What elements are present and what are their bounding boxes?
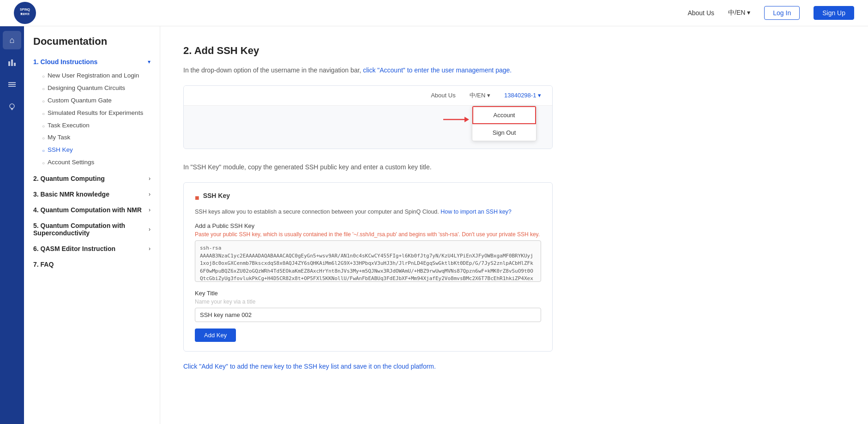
cloud-sub-items: ○ New User Registration and Login ○ Desi… <box>31 70 153 169</box>
nav-item-ssh-key[interactable]: ○ SSH Key <box>39 144 153 156</box>
logo-area: SPINQ 量旋科技 <box>14 2 36 24</box>
section-basic-nmr: 3. Basic NMR knowledge › <box>31 188 153 200</box>
bullet-dot: ○ <box>42 148 45 154</box>
section-qc-label: 2. Quantum Computing <box>33 175 105 182</box>
svg-point-9 <box>10 104 14 108</box>
lang-selector[interactable]: 中/EN ▾ <box>728 9 750 17</box>
account-dropdown: Account Sign Out <box>472 106 536 141</box>
ssh-box-subtitle: SSH keys allow you to establish a secure… <box>195 208 541 216</box>
bullet-dot: ○ <box>42 98 45 105</box>
svg-rect-7 <box>8 84 16 85</box>
import-ssh-link[interactable]: How to import an SSH key? <box>440 209 512 215</box>
section-faq-label: 7. FAQ <box>33 261 54 268</box>
highlight-text: click "Account" to enter the user manage… <box>363 66 512 74</box>
section-quantum-superconductivity: 5. Quantum Computation with Superconduct… <box>31 220 153 239</box>
section-qasm-editor: 6. QASM Editor Instruction › <box>31 243 153 255</box>
login-button[interactable]: Log In <box>764 6 800 20</box>
signout-menu-item[interactable]: Sign Out <box>472 124 536 141</box>
ssh-box-title: SSH Key <box>203 192 230 199</box>
section-qnmr-label: 4. Quantum Computation with NMR <box>33 206 142 214</box>
paste-hint-text: Paste your public SSH key, which is usua… <box>195 231 541 238</box>
section-nmr-label: 3. Basic NMR knowledge <box>33 191 109 198</box>
bulb-icon[interactable] <box>3 97 21 116</box>
bar-icon[interactable] <box>3 75 21 94</box>
svg-rect-8 <box>8 86 16 87</box>
nav-item-label: Account Settings <box>48 158 94 167</box>
screenshot-nav: About Us 中/EN ▾ 13840298-1 ▾ <box>184 86 552 106</box>
chart-icon[interactable] <box>3 53 21 72</box>
screenshot-box: About Us 中/EN ▾ 13840298-1 ▾ Account Sig… <box>183 85 553 149</box>
add-key-button[interactable]: Add Key <box>195 328 236 342</box>
nav-item-label: SSH Key <box>48 146 73 155</box>
ssh-key-box: ■ SSH Key SSH keys allow you to establis… <box>183 182 553 352</box>
section-qnmr-header[interactable]: 4. Quantum Computation with NMR › <box>31 204 153 216</box>
account-menu-item[interactable]: Account <box>472 106 536 124</box>
main-content: 2. Add SSH Key In the drop-down option o… <box>160 26 576 398</box>
lang-text: 中/EN ▾ <box>728 9 750 17</box>
svg-rect-10 <box>11 108 13 109</box>
chevron-right-icon: › <box>149 191 151 197</box>
svg-rect-5 <box>14 63 16 66</box>
nav-item-custom-gate[interactable]: ○ Custom Quantum Gate <box>39 95 153 107</box>
bottom-note: Click "Add Key" to add the new key to th… <box>183 363 553 370</box>
svg-rect-11 <box>12 109 13 110</box>
ssh-section-desc: In "SSH Key" module, copy the generated … <box>183 162 553 173</box>
key-title-label: Key Title <box>195 290 541 297</box>
signup-button[interactable]: Sign Up <box>814 6 854 20</box>
key-title-input[interactable] <box>195 308 541 322</box>
chevron-right-icon: › <box>149 207 151 213</box>
doc-sidebar-title: Documentation <box>31 36 153 48</box>
ssh-box-dot-icon: ■ <box>195 194 199 202</box>
section-quantum-nmr: 4. Quantum Computation with NMR › <box>31 204 153 216</box>
nav-item-my-task[interactable]: ○ My Task <box>39 131 153 144</box>
section-quantum-computing: 2. Quantum Computing › <box>31 173 153 185</box>
chevron-right-icon: › <box>149 245 151 252</box>
section-cloud-header[interactable]: 1. Cloud Instructions ▾ <box>31 56 153 68</box>
nav-item-quantum-circuits[interactable]: ○ Designing Quantum Circuits <box>39 82 153 95</box>
nav-item-label: Task Execution <box>48 121 90 130</box>
svg-rect-4 <box>11 60 13 66</box>
nav-item-account-settings[interactable]: ○ Account Settings <box>39 156 153 169</box>
ssh-subtitle-text: SSH keys allow you to establish a secure… <box>195 209 439 215</box>
section-qs-label: 5. Quantum Computation with Superconduct… <box>33 222 149 237</box>
bullet-dot: ○ <box>42 111 45 117</box>
nav-item-new-user[interactable]: ○ New User Registration and Login <box>39 70 153 82</box>
svg-text:量旋科技: 量旋科技 <box>20 12 30 15</box>
top-nav: SPINQ 量旋科技 About Us 中/EN ▾ Log In Sign U… <box>0 0 868 26</box>
add-public-label: Add a Public SSH Key <box>195 222 541 229</box>
red-arrow-icon <box>441 114 469 125</box>
ssh-key-textarea[interactable]: ssh-rsa AAAAB3NzaC1yc2EAAAADAQABAAACAQC0… <box>195 240 541 282</box>
bullet-dot: ○ <box>42 73 45 80</box>
svg-marker-13 <box>464 117 469 122</box>
section-cloud-instructions: 1. Cloud Instructions ▾ ○ New User Regis… <box>31 56 153 169</box>
section-qasm-header[interactable]: 6. QASM Editor Instruction › <box>31 243 153 255</box>
nav-item-label: Simulated Results for Experiments <box>48 109 143 118</box>
key-title-hint: Name your key via a title <box>195 299 541 305</box>
svg-text:SPINQ: SPINQ <box>20 8 30 12</box>
chevron-down-icon: ▾ <box>148 59 151 65</box>
section-qasm-label: 6. QASM Editor Instruction <box>33 245 115 252</box>
nav-item-simulated-results[interactable]: ○ Simulated Results for Experiments <box>39 107 153 119</box>
screenshot-about-us: About Us <box>431 92 455 99</box>
home-icon[interactable]: ⌂ <box>3 31 21 49</box>
screenshot-username: 13840298-1 ▾ <box>504 92 541 99</box>
intro-description: In the drop-down option of the username … <box>183 65 553 76</box>
doc-sidebar: Documentation 1. Cloud Instructions ▾ ○ … <box>24 26 160 398</box>
section-faq-header[interactable]: 7. FAQ <box>31 258 153 270</box>
nav-links: About Us 中/EN ▾ Log In Sign Up <box>687 6 854 20</box>
icon-sidebar: ⌂ <box>0 26 24 398</box>
section-qs-header[interactable]: 5. Quantum Computation with Superconduct… <box>31 220 153 239</box>
bullet-dot: ○ <box>42 160 45 167</box>
svg-rect-6 <box>8 82 16 83</box>
section-cloud-label: 1. Cloud Instructions <box>33 58 97 66</box>
screenshot-lang: 中/EN ▾ <box>470 91 490 100</box>
section-nmr-header[interactable]: 3. Basic NMR knowledge › <box>31 188 153 200</box>
bullet-dot: ○ <box>42 123 45 130</box>
section-qc-header[interactable]: 2. Quantum Computing › <box>31 173 153 185</box>
nav-item-task-execution[interactable]: ○ Task Execution <box>39 119 153 132</box>
chevron-right-icon: › <box>149 175 151 182</box>
page-title: 2. Add SSH Key <box>183 45 553 57</box>
bullet-dot: ○ <box>42 135 45 142</box>
nav-item-label: New User Registration and Login <box>48 72 139 80</box>
about-us-link[interactable]: About Us <box>687 9 714 17</box>
